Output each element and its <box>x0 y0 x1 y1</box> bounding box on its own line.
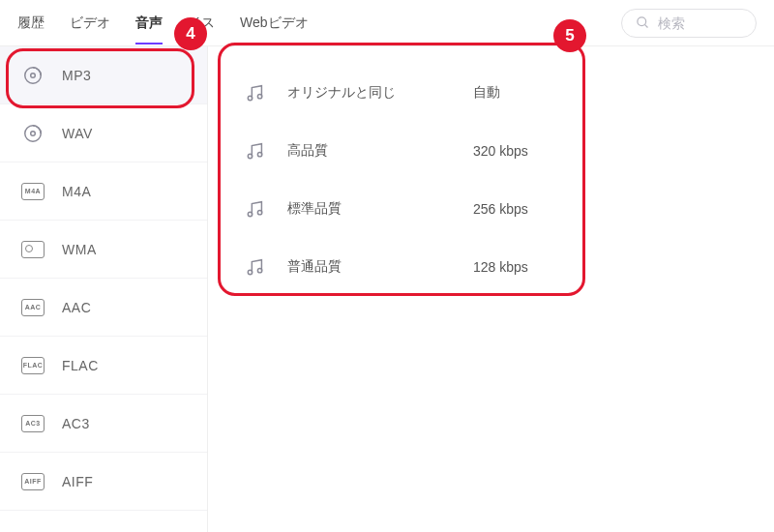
format-label: WAV <box>62 126 93 141</box>
svg-point-10 <box>248 212 252 216</box>
svg-point-6 <box>248 96 252 100</box>
aac-icon: AAC <box>21 296 45 319</box>
format-wma[interactable]: WMA <box>0 221 207 279</box>
search-icon <box>636 15 650 30</box>
svg-point-7 <box>257 94 261 98</box>
quality-original[interactable]: オリジナルと同じ 自動 <box>218 64 764 122</box>
format-wav[interactable]: WAV <box>0 104 207 163</box>
format-flac[interactable]: FLAC FLAC <box>0 337 207 395</box>
search-box[interactable] <box>621 9 757 38</box>
tab-video[interactable]: ビデオ <box>70 2 110 44</box>
format-label: AAC <box>62 300 91 315</box>
music-note-icon <box>245 198 266 220</box>
format-ac3[interactable]: AC3 AC3 <box>0 395 207 453</box>
tab-audio[interactable]: 音声 <box>135 2 163 44</box>
format-label: WMA <box>62 242 97 257</box>
format-sidebar: MP3 WAV M4A M4A WMA AAC AAC FLA <box>0 46 208 532</box>
disc-icon <box>21 64 45 87</box>
quality-high[interactable]: 高品質 320 kbps <box>218 122 764 180</box>
format-aac[interactable]: AAC AAC <box>0 279 207 337</box>
quality-name: 普通品質 <box>287 258 452 276</box>
quality-list: オリジナルと同じ 自動 高品質 320 kbps 標準品質 256 kbps <box>208 46 774 532</box>
format-label: AC3 <box>62 416 90 431</box>
quality-rate: 256 kbps <box>473 201 528 217</box>
music-note-icon <box>245 256 266 278</box>
svg-point-13 <box>257 268 261 272</box>
tab-history[interactable]: 履歴 <box>17 2 45 44</box>
quality-rate: 自動 <box>473 84 500 102</box>
svg-point-12 <box>248 270 252 274</box>
wma-icon <box>21 238 45 261</box>
top-tabs-bar: 履歴 ビデオ 音声 イス Webビデオ <box>0 0 774 46</box>
m4a-icon: M4A <box>21 180 45 203</box>
quality-name: オリジナルと同じ <box>287 84 452 102</box>
callout-badge-4: 4 <box>174 17 207 50</box>
disc-icon <box>21 122 45 145</box>
quality-rate: 128 kbps <box>473 259 528 275</box>
format-label: FLAC <box>62 358 99 373</box>
flac-icon: FLAC <box>21 354 45 377</box>
format-label: MP3 <box>62 68 91 83</box>
format-label: AIFF <box>62 474 93 489</box>
svg-point-8 <box>248 154 252 158</box>
svg-line-1 <box>644 24 647 27</box>
svg-point-9 <box>257 152 261 156</box>
svg-point-11 <box>257 210 261 214</box>
music-note-icon <box>245 140 266 162</box>
tab-web-video[interactable]: Webビデオ <box>240 2 309 44</box>
quality-name: 高品質 <box>287 142 452 160</box>
format-m4a[interactable]: M4A M4A <box>0 163 207 221</box>
format-aiff[interactable]: AIFF AIFF <box>0 453 207 511</box>
svg-point-5 <box>31 131 36 135</box>
format-mp3[interactable]: MP3 <box>0 46 207 104</box>
ac3-icon: AC3 <box>21 412 45 435</box>
callout-badge-5: 5 <box>553 19 586 52</box>
quality-name: 標準品質 <box>287 200 452 218</box>
quality-normal[interactable]: 普通品質 128 kbps <box>218 238 764 296</box>
svg-point-3 <box>31 73 36 77</box>
quality-rate: 320 kbps <box>473 143 528 159</box>
format-label: M4A <box>62 184 91 199</box>
quality-standard[interactable]: 標準品質 256 kbps <box>218 180 764 238</box>
music-note-icon <box>245 82 266 103</box>
svg-point-0 <box>638 17 646 26</box>
search-input[interactable] <box>658 15 735 31</box>
aiff-icon: AIFF <box>21 470 45 493</box>
